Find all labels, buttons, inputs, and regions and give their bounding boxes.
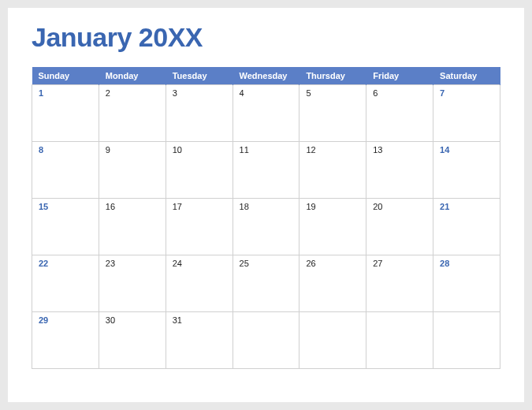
day-cell[interactable]: 4 bbox=[233, 85, 299, 142]
day-cell[interactable]: 31 bbox=[166, 312, 233, 369]
day-cell[interactable]: 23 bbox=[99, 255, 166, 312]
header-sunday: Sunday bbox=[32, 67, 99, 85]
day-cell[interactable]: 5 bbox=[299, 85, 366, 142]
day-cell[interactable]: 8 bbox=[32, 142, 99, 199]
day-cell[interactable]: 11 bbox=[233, 142, 299, 199]
day-cell[interactable]: 10 bbox=[166, 142, 233, 199]
day-cell[interactable]: 15 bbox=[32, 199, 99, 255]
calendar-header-row: Sunday Monday Tuesday Wednesday Thursday… bbox=[32, 67, 500, 85]
day-cell[interactable]: 21 bbox=[433, 199, 500, 255]
day-cell-empty[interactable] bbox=[233, 312, 299, 369]
calendar-page: January 20XX Sunday Monday Tuesday Wedne… bbox=[8, 8, 524, 402]
day-cell[interactable]: 27 bbox=[366, 255, 433, 312]
header-thursday: Thursday bbox=[299, 67, 366, 85]
calendar-week: 15 16 17 18 19 20 21 bbox=[32, 199, 500, 255]
day-cell[interactable]: 3 bbox=[166, 85, 233, 142]
header-wednesday: Wednesday bbox=[233, 67, 299, 85]
day-cell[interactable]: 20 bbox=[366, 199, 433, 255]
day-cell[interactable]: 28 bbox=[433, 255, 500, 312]
calendar-week: 29 30 31 bbox=[32, 312, 500, 369]
day-cell[interactable]: 18 bbox=[233, 199, 299, 255]
calendar-week: 8 9 10 11 12 13 14 bbox=[32, 142, 500, 199]
header-friday: Friday bbox=[366, 67, 433, 85]
day-cell[interactable]: 24 bbox=[166, 255, 233, 312]
day-cell[interactable]: 26 bbox=[299, 255, 366, 312]
day-cell[interactable]: 30 bbox=[99, 312, 166, 369]
day-cell[interactable]: 9 bbox=[99, 142, 166, 199]
day-cell[interactable]: 16 bbox=[99, 199, 166, 255]
day-cell[interactable]: 12 bbox=[299, 142, 366, 199]
day-cell[interactable]: 2 bbox=[99, 85, 166, 142]
day-cell[interactable]: 14 bbox=[433, 142, 500, 199]
page-title: January 20XX bbox=[32, 22, 500, 53]
day-cell[interactable]: 25 bbox=[233, 255, 299, 312]
day-cell[interactable]: 6 bbox=[366, 85, 433, 142]
calendar-week: 22 23 24 25 26 27 28 bbox=[32, 255, 500, 312]
day-cell[interactable]: 22 bbox=[32, 255, 99, 312]
day-cell[interactable]: 19 bbox=[299, 199, 366, 255]
day-cell[interactable]: 29 bbox=[32, 312, 99, 369]
day-cell[interactable]: 13 bbox=[366, 142, 433, 199]
day-cell[interactable]: 1 bbox=[32, 85, 99, 142]
calendar-table: Sunday Monday Tuesday Wednesday Thursday… bbox=[32, 67, 500, 369]
header-tuesday: Tuesday bbox=[166, 67, 233, 85]
day-cell-empty[interactable] bbox=[366, 312, 433, 369]
header-monday: Monday bbox=[99, 67, 166, 85]
day-cell[interactable]: 7 bbox=[433, 85, 500, 142]
calendar-week: 1 2 3 4 5 6 7 bbox=[32, 85, 500, 142]
day-cell-empty[interactable] bbox=[299, 312, 366, 369]
day-cell[interactable]: 17 bbox=[166, 199, 233, 255]
day-cell-empty[interactable] bbox=[433, 312, 500, 369]
header-saturday: Saturday bbox=[433, 67, 500, 85]
